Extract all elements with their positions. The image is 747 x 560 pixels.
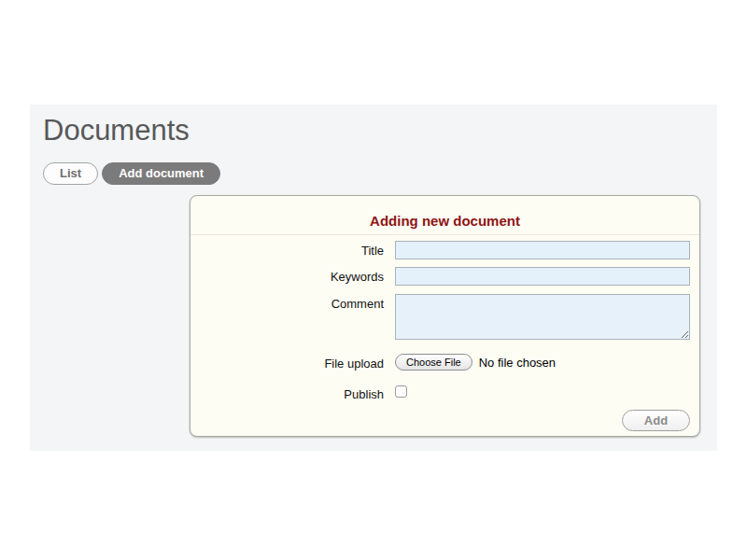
- content-area: Documents List Add document Adding new d…: [30, 105, 717, 451]
- comment-textarea-wrap: [395, 294, 690, 343]
- keywords-input-wrap: [395, 267, 690, 286]
- keywords-row: Keywords: [190, 267, 699, 286]
- tab-list[interactable]: List: [43, 162, 98, 185]
- comment-row: Comment: [190, 294, 699, 343]
- form-title: Adding new document: [190, 213, 699, 229]
- tab-add-document[interactable]: Add document: [102, 162, 220, 185]
- comment-textarea[interactable]: [395, 294, 690, 340]
- publish-checkbox[interactable]: [395, 385, 407, 398]
- title-label: Title: [190, 241, 384, 258]
- file-chosen-status: No file chosen: [479, 355, 556, 370]
- publish-label: Publish: [190, 385, 384, 401]
- title-row: Title: [190, 241, 699, 259]
- choose-file-button[interactable]: Choose File: [395, 354, 472, 371]
- tab-bar: List Add document: [43, 162, 220, 185]
- title-input-wrap: [395, 241, 690, 259]
- add-button[interactable]: Add: [622, 410, 690, 431]
- title-input[interactable]: [395, 241, 690, 259]
- add-document-form-panel: Adding new document Title Keywords Comme…: [190, 195, 700, 437]
- file-upload-row: File upload Choose File No file chosen: [190, 354, 699, 371]
- comment-label: Comment: [190, 294, 384, 311]
- file-upload-label: File upload: [190, 354, 384, 371]
- file-upload-widget: Choose File No file chosen: [395, 354, 556, 371]
- form-title-divider: [190, 234, 699, 235]
- keywords-label: Keywords: [190, 267, 384, 284]
- page-title: Documents: [43, 114, 190, 147]
- keywords-input[interactable]: [395, 267, 690, 286]
- publish-row: Publish: [190, 385, 699, 401]
